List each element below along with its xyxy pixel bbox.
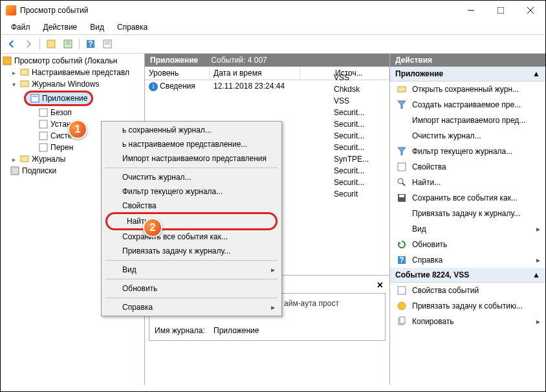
src-cell: Securit... bbox=[334, 107, 386, 118]
action-refresh[interactable]: Обновить bbox=[390, 237, 545, 252]
action-view[interactable]: Вид▸ bbox=[390, 221, 545, 237]
svg-point-26 bbox=[398, 179, 403, 184]
menu-help[interactable]: Справка bbox=[112, 21, 153, 33]
close-details-icon[interactable]: × bbox=[377, 279, 383, 291]
tree-forwarded[interactable]: Перен bbox=[50, 143, 73, 152]
logname-label: Имя журнала: bbox=[155, 326, 205, 335]
tree-custom-views[interactable]: Настраиваемые представл bbox=[32, 68, 129, 77]
src-cell: Securit... bbox=[334, 118, 386, 130]
center-title: Приложение bbox=[150, 56, 198, 65]
context-menu: ь сохраненный журнал... ь настраиваемое … bbox=[101, 121, 282, 316]
svg-rect-15 bbox=[21, 81, 28, 87]
back-button[interactable] bbox=[5, 37, 19, 51]
tree-security[interactable]: Безоп bbox=[50, 108, 72, 117]
svg-rect-21 bbox=[39, 144, 47, 151]
menu-action[interactable]: Действие bbox=[38, 21, 83, 33]
action-event-attach[interactable]: Привязать задачу к событию... bbox=[390, 298, 545, 314]
src-cell: Securit... bbox=[334, 142, 386, 153]
src-cell: Chkdsk bbox=[334, 83, 386, 95]
action-save-as[interactable]: Сохранить все события как... bbox=[390, 190, 545, 206]
show-hide-tree-icon[interactable] bbox=[61, 37, 75, 51]
svg-line-27 bbox=[402, 183, 405, 186]
details-text: айм-аута прост bbox=[284, 299, 380, 308]
action-create-view[interactable]: Создать настраиваемое пре... bbox=[390, 97, 545, 113]
titlebar: Просмотр событий bbox=[1, 1, 545, 20]
action-props[interactable]: Свойства bbox=[390, 159, 545, 175]
action-attach[interactable]: Привязать задачу к журналу... bbox=[390, 206, 545, 221]
ctx-save-as[interactable]: Сохранить все события как... bbox=[103, 230, 280, 244]
svg-rect-24 bbox=[398, 87, 406, 92]
ctx-help[interactable]: Справка bbox=[103, 300, 280, 314]
src-cell: VSS bbox=[334, 95, 386, 107]
window-title: Просмотр событий bbox=[20, 6, 88, 15]
actions-section-app[interactable]: Приложение▲ bbox=[390, 67, 545, 82]
tree-windows-logs[interactable]: Журналы Windows bbox=[32, 80, 99, 89]
src-cell: Securit... bbox=[334, 165, 386, 177]
source-column-values: VSS Chkdsk VSS Securit... Securit... Sec… bbox=[334, 72, 386, 200]
svg-rect-32 bbox=[398, 287, 406, 294]
toolbar: ? bbox=[1, 35, 545, 54]
actions-section-event[interactable]: Событие 8224, VSS▲ bbox=[390, 268, 545, 283]
ctx-filter[interactable]: Фильтр текущего журнала... bbox=[103, 184, 280, 199]
action-open-saved[interactable]: Открыть сохраненный журн... bbox=[390, 82, 545, 97]
tree-root[interactable]: Просмотр событий (Локальн bbox=[14, 56, 117, 65]
help-icon[interactable]: ? bbox=[83, 37, 98, 51]
ctx-props[interactable]: Свойства bbox=[103, 199, 280, 213]
ctx-create-view[interactable]: ь настраиваемое представление... bbox=[103, 137, 280, 151]
action-panel-icon[interactable] bbox=[44, 37, 58, 51]
svg-text:?: ? bbox=[399, 256, 404, 265]
properties-icon[interactable] bbox=[100, 37, 115, 51]
svg-rect-35 bbox=[400, 317, 405, 323]
ctx-import-view[interactable]: Импорт настраиваемого представления bbox=[103, 151, 280, 166]
ctx-refresh[interactable]: Обновить bbox=[103, 281, 280, 296]
ctx-view[interactable]: Вид bbox=[103, 263, 280, 277]
col-level[interactable]: Уровень bbox=[145, 67, 210, 80]
col-datetime[interactable]: Дата и время bbox=[210, 67, 300, 80]
ctx-clear[interactable]: Очистить журнал... bbox=[103, 170, 280, 184]
center-count: Событий: 4 007 bbox=[211, 56, 267, 65]
action-import-view[interactable]: Импорт настраиваемого пред... bbox=[390, 113, 545, 128]
src-cell: Securit... bbox=[334, 130, 386, 142]
action-find[interactable]: Найти... bbox=[390, 175, 545, 190]
svg-rect-18 bbox=[39, 109, 47, 116]
minimize-button[interactable] bbox=[456, 1, 486, 20]
info-icon: i bbox=[149, 82, 158, 91]
svg-rect-23 bbox=[11, 167, 19, 175]
svg-rect-22 bbox=[21, 156, 28, 162]
ctx-open-saved[interactable]: ь сохраненный журнал... bbox=[103, 123, 280, 137]
row-datetime: 12.11.2018 23:24:44 bbox=[210, 80, 300, 93]
action-event-props[interactable]: Свойства событий bbox=[390, 283, 545, 298]
svg-rect-13 bbox=[3, 57, 11, 65]
menubar: Файл Действие Вид Справка bbox=[1, 20, 545, 35]
close-button[interactable] bbox=[516, 1, 545, 20]
svg-rect-25 bbox=[398, 163, 406, 171]
ctx-find[interactable]: Найти... bbox=[105, 212, 278, 230]
collapse-icon[interactable]: ▲ bbox=[532, 270, 540, 279]
src-cell: VSS bbox=[334, 72, 386, 83]
action-copy[interactable]: Копировать▸ bbox=[390, 314, 545, 329]
svg-rect-1 bbox=[497, 7, 504, 14]
svg-rect-4 bbox=[47, 40, 55, 48]
maximize-button[interactable] bbox=[486, 1, 516, 20]
row-level: Сведения bbox=[160, 82, 195, 91]
callout-2: 2 bbox=[143, 218, 162, 237]
callout-1: 1 bbox=[68, 120, 87, 139]
action-help[interactable]: ?Справка▸ bbox=[390, 252, 545, 268]
forward-button[interactable] bbox=[21, 37, 36, 51]
svg-rect-16 bbox=[31, 94, 39, 102]
svg-text:?: ? bbox=[88, 39, 93, 49]
actions-panel: Действия Приложение▲ Открыть сохраненный… bbox=[390, 54, 545, 385]
menu-view[interactable]: Вид bbox=[85, 21, 109, 33]
tree-app-services-logs[interactable]: Журналы bbox=[32, 155, 65, 164]
ctx-attach[interactable]: Привязать задачу к журналу... bbox=[103, 244, 280, 258]
action-filter[interactable]: Фильтр текущего журнала... bbox=[390, 144, 545, 159]
tree-subscriptions[interactable]: Подписки bbox=[22, 166, 56, 175]
tree-application-label: Приложение bbox=[42, 94, 87, 103]
action-clear[interactable]: Очистить журнал... bbox=[390, 128, 545, 144]
menu-file[interactable]: Файл bbox=[6, 21, 36, 33]
collapse-icon[interactable]: ▲ bbox=[532, 69, 540, 78]
svg-rect-20 bbox=[39, 132, 47, 140]
svg-point-33 bbox=[398, 302, 406, 310]
svg-rect-19 bbox=[39, 120, 47, 128]
tree-application-selected[interactable]: Приложение bbox=[24, 91, 93, 106]
